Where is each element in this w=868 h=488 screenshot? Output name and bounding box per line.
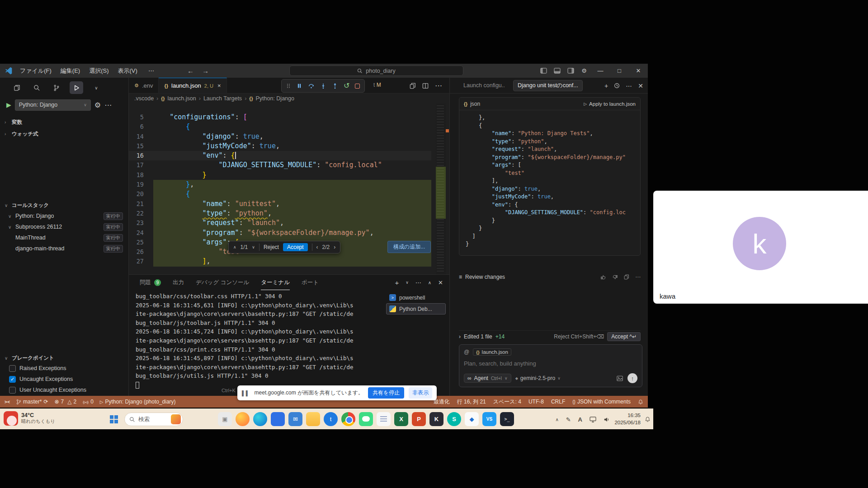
back-icon[interactable]: ← (187, 67, 194, 75)
accept-all-button[interactable]: Accept ^↵ (607, 332, 641, 341)
code-line[interactable]: ] (466, 233, 640, 241)
code-line[interactable]: 18 } (129, 170, 431, 180)
pen-icon[interactable]: ✎ (566, 416, 571, 423)
terminal-dropdown-icon[interactable]: ∨ (406, 280, 409, 285)
watch-section-header[interactable]: › ウォッチ式 (5, 128, 126, 139)
code-line[interactable]: 17 "DJANGO_SETTINGS_MODULE": "config.loc… (129, 160, 431, 170)
vscode-icon[interactable]: VS (482, 412, 496, 426)
code-line[interactable]: 14 "django": true, (129, 132, 431, 141)
breakpoint-item[interactable]: User Uncaught Exceptions (0, 385, 128, 395)
model-picker[interactable]: ◆ gemini-2.5-pro ∨ (515, 375, 561, 381)
firefox-icon[interactable] (236, 412, 250, 426)
more-actions-icon[interactable]: ⋯ (415, 279, 421, 286)
run-debug-icon[interactable] (70, 81, 83, 94)
speaker-icon[interactable] (604, 417, 610, 422)
restart-icon[interactable]: ↺ (344, 83, 349, 89)
meet-participant-tile[interactable]: k kawa (653, 191, 868, 304)
panel-tab[interactable]: ポート (302, 275, 319, 290)
code-line[interactable]: } (466, 240, 640, 249)
breakpoint-checkbox[interactable]: ✓ (9, 376, 16, 383)
sync-icon[interactable]: ⟳ (43, 399, 48, 405)
start-debug-icon[interactable]: ▶ (6, 101, 11, 108)
panel-tab[interactable]: 問題9 (140, 275, 161, 290)
more-actions-icon[interactable]: ⋯ (635, 274, 641, 280)
terminal-instance[interactable]: Python Deb... (386, 303, 446, 314)
more-actions-icon[interactable]: ⋯ (626, 82, 632, 89)
breadcrumb-item[interactable]: .vscode (134, 95, 154, 102)
breadcrumb-item[interactable]: launch.json (167, 95, 196, 102)
krita-icon[interactable]: K (429, 412, 443, 426)
accept-button[interactable]: Accept (283, 243, 308, 251)
close-window-button[interactable]: ✕ (629, 64, 648, 78)
display-icon[interactable] (590, 417, 596, 422)
breakpoints-section-header[interactable]: ∨ ブレークポイント (5, 352, 126, 363)
review-changes-label[interactable]: Review changes (465, 274, 505, 280)
problems-item[interactable]: ⊗7 △2 (54, 399, 76, 405)
chat-input-box[interactable]: @ {} launch.json Plan, search, build any… (459, 344, 642, 387)
code-line[interactable]: ], (466, 177, 640, 185)
notepad-icon[interactable] (377, 412, 391, 426)
step-into-icon[interactable] (320, 83, 326, 89)
variables-section-header[interactable]: › 変数 (5, 117, 126, 127)
debug-settings-gear-icon[interactable]: ⚙ (94, 101, 101, 109)
git-branch-item[interactable]: master* ⟳ (16, 399, 48, 405)
thumbs-down-icon[interactable] (612, 274, 618, 280)
explorer-icon[interactable] (10, 81, 24, 94)
cursor-position-item[interactable]: 行 16, 列 21 (457, 398, 486, 406)
breakpoint-checkbox[interactable] (9, 387, 16, 394)
source-control-icon[interactable] (50, 81, 63, 94)
mode-picker[interactable]: ∞ Agent Ctrl+I ∨ (464, 374, 511, 383)
eol-item[interactable]: CRLF (551, 399, 565, 405)
panel-tab[interactable]: 出力 (173, 275, 184, 290)
debug-config-select[interactable]: Python: Django ∨ (15, 99, 91, 111)
menu-overflow[interactable]: ⋯ (145, 66, 158, 75)
editor-tab[interactable]: ⚙.env (129, 78, 159, 93)
chat-session-tab-active[interactable]: Django unit testのconf... (513, 80, 583, 91)
blue-app-icon[interactable] (271, 412, 285, 426)
reject-button[interactable]: Reject (264, 244, 279, 250)
search-icon[interactable] (30, 81, 43, 94)
code-line[interactable]: "type": "python", (466, 138, 640, 146)
pause-icon[interactable] (296, 83, 302, 89)
debug-session-item[interactable]: ▷ Python: Django (photo_diary) (100, 399, 176, 405)
language-mode-item[interactable]: {}JSON with Comments (572, 399, 631, 405)
code-line[interactable]: 21 "name": "unittest", (129, 199, 431, 209)
code-line[interactable]: "test" (466, 169, 640, 178)
editor-tab[interactable]: {}launch.json2, U× (159, 78, 226, 93)
split-editor-icon[interactable] (422, 83, 429, 89)
chat-session-tab-inactive[interactable]: Launch configu... (463, 82, 505, 89)
code-line[interactable]: } (466, 225, 640, 233)
thunderbird-icon[interactable]: t (324, 412, 338, 426)
more-actions-icon[interactable]: ⋯ (435, 81, 442, 90)
code-line[interactable]: "justMyCode": true, (466, 193, 640, 201)
breadcrumb-item[interactable]: Launch Targets (203, 95, 242, 102)
code-line[interactable]: "args": [ (466, 161, 640, 169)
minimap[interactable] (436, 103, 446, 274)
callstack-item[interactable]: ∨Subprocess 26112実行中 (0, 221, 128, 232)
weather-widget[interactable]: 34°C 晴れのちくもり (4, 411, 55, 426)
code-line[interactable]: "env": { (466, 201, 640, 209)
code-line[interactable]: 15 "justMyCode": true, (129, 141, 431, 151)
powerpoint-icon[interactable]: P (412, 412, 426, 426)
remote-indicator-icon[interactable]: >< (5, 399, 10, 404)
taskbar-clock[interactable]: 16:35 2025/06/18 (614, 412, 641, 426)
code-line[interactable]: "request": "launch", (466, 145, 640, 154)
code-line[interactable]: "django": true, (466, 185, 640, 193)
maximize-panel-icon[interactable]: ∧ (428, 280, 431, 285)
code-line[interactable]: 5 "configurations": [ (129, 113, 431, 122)
encoding-item[interactable]: UTF-8 (528, 399, 544, 405)
minimize-button[interactable]: — (591, 64, 610, 78)
menu-item[interactable]: 編集(E) (57, 66, 84, 76)
breadcrumb-item[interactable]: Python: Django (255, 95, 294, 102)
menu-item[interactable]: ファイル(F) (16, 66, 55, 76)
code-line[interactable]: 23 "request": "launch", (129, 218, 431, 228)
maximize-button[interactable]: □ (610, 64, 629, 78)
code-line[interactable]: 16 "env": { (129, 151, 431, 160)
teal-app-icon[interactable]: S (447, 412, 461, 426)
broadcast-item[interactable]: 0 (83, 399, 94, 405)
code-line[interactable]: 20 { (129, 189, 431, 199)
code-line[interactable]: 24 "program": "${workspaceFolder}/manage… (129, 228, 431, 238)
reject-all-button[interactable]: Reject Ctrl+Shift+⌫ (554, 333, 604, 340)
copy-icon[interactable] (624, 274, 629, 280)
close-tab-icon[interactable]: × (217, 82, 221, 89)
